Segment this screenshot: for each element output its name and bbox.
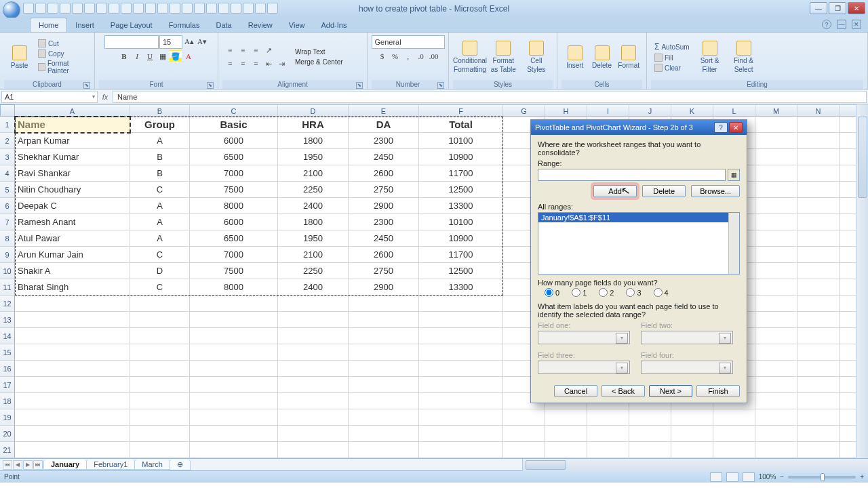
- row-header[interactable]: 14: [0, 328, 15, 344]
- cell[interactable]: [755, 230, 797, 246]
- cell[interactable]: [755, 377, 797, 392]
- col-header-N[interactable]: N: [797, 105, 840, 116]
- col-header-G[interactable]: G: [503, 105, 545, 116]
- zoom-level[interactable]: 100%: [759, 473, 776, 481]
- italic-button[interactable]: I: [131, 50, 143, 62]
- cell[interactable]: [755, 133, 797, 148]
- col-header-K[interactable]: K: [671, 105, 713, 116]
- qat-item[interactable]: [255, 3, 266, 14]
- qat-item[interactable]: [194, 3, 205, 14]
- cell[interactable]: [15, 361, 130, 376]
- cell[interactable]: [349, 361, 419, 376]
- cell[interactable]: 13300: [419, 279, 503, 295]
- cell[interactable]: [190, 426, 278, 441]
- cell[interactable]: [713, 409, 755, 425]
- cell[interactable]: [797, 165, 840, 181]
- cell[interactable]: [755, 344, 797, 360]
- cell[interactable]: [587, 426, 629, 441]
- cell[interactable]: [797, 247, 840, 262]
- horizontal-scrollbar[interactable]: [522, 459, 868, 471]
- help-icon[interactable]: ?: [822, 20, 831, 29]
- cell[interactable]: Group: [130, 117, 190, 132]
- sheet-tab-january[interactable]: January: [43, 460, 87, 470]
- sheet-tab-march[interactable]: March: [134, 460, 170, 470]
- select-all-corner[interactable]: [0, 104, 15, 117]
- cell[interactable]: [15, 344, 130, 360]
- tab-data[interactable]: Data: [208, 18, 239, 32]
- cell[interactable]: 12500: [419, 182, 503, 197]
- cell[interactable]: 2300: [349, 133, 419, 148]
- maximize-button[interactable]: ❐: [829, 2, 846, 14]
- tab-nav-next[interactable]: ▶: [23, 460, 33, 470]
- delete-cells-button[interactable]: Delete: [590, 45, 614, 69]
- cell[interactable]: [130, 393, 190, 409]
- qat-item[interactable]: [108, 3, 119, 14]
- cell[interactable]: A: [130, 214, 190, 230]
- cell[interactable]: A: [130, 230, 190, 246]
- row-header[interactable]: 8: [0, 230, 15, 247]
- clear-button[interactable]: Clear: [652, 63, 692, 73]
- cell[interactable]: 2750: [349, 182, 419, 197]
- cell[interactable]: Arun Kumar Jain: [15, 247, 130, 262]
- cell[interactable]: 2450: [349, 230, 419, 246]
- cell[interactable]: [797, 377, 840, 392]
- cell[interactable]: [503, 426, 545, 441]
- dialog-launcher-icon[interactable]: ⬊: [356, 82, 363, 89]
- cell[interactable]: [503, 442, 545, 458]
- col-header-A[interactable]: A: [15, 105, 130, 116]
- dialog-launcher-icon[interactable]: ⬊: [437, 82, 444, 89]
- tab-review[interactable]: Review: [240, 18, 281, 32]
- cell[interactable]: 2100: [278, 165, 349, 181]
- cell[interactable]: C: [130, 279, 190, 295]
- row-header[interactable]: 17: [0, 377, 15, 393]
- cell[interactable]: 2900: [349, 198, 419, 214]
- cell[interactable]: [15, 312, 130, 327]
- autosum-button[interactable]: ΣAutoSum: [652, 41, 692, 52]
- cell[interactable]: [419, 296, 503, 311]
- col-header-M[interactable]: M: [755, 105, 797, 116]
- qat-item[interactable]: [182, 3, 193, 14]
- cell[interactable]: 6000: [190, 214, 278, 230]
- row-header[interactable]: 9: [0, 247, 15, 263]
- cell[interactable]: [419, 442, 503, 458]
- cell[interactable]: [755, 361, 797, 376]
- scroll-thumb[interactable]: [526, 460, 566, 470]
- cell[interactable]: [278, 328, 349, 344]
- row-header[interactable]: 3: [0, 149, 15, 165]
- cell[interactable]: [755, 214, 797, 230]
- cell[interactable]: [503, 409, 545, 425]
- col-header-I[interactable]: I: [587, 105, 629, 116]
- cell[interactable]: 10100: [419, 214, 503, 230]
- find-select-button[interactable]: Find &Select: [728, 41, 760, 73]
- qat-save-icon[interactable]: [23, 3, 34, 14]
- cell-styles-button[interactable]: CellStyles: [521, 41, 552, 73]
- cell[interactable]: [349, 377, 419, 392]
- name-box[interactable]: A1: [1, 91, 98, 103]
- cell[interactable]: 11700: [419, 247, 503, 262]
- row-header[interactable]: 2: [0, 133, 15, 149]
- cell[interactable]: 2400: [278, 279, 349, 295]
- cell[interactable]: [797, 230, 840, 246]
- cell[interactable]: Deepak C: [15, 198, 130, 214]
- cell[interactable]: [190, 344, 278, 360]
- row-header[interactable]: 12: [0, 296, 15, 312]
- cell[interactable]: [349, 344, 419, 360]
- cell[interactable]: [755, 247, 797, 262]
- zoom-in-button[interactable]: +: [860, 473, 864, 481]
- cell[interactable]: [190, 296, 278, 311]
- cell[interactable]: 2250: [278, 182, 349, 197]
- cell[interactable]: [15, 409, 130, 425]
- col-header-J[interactable]: J: [629, 105, 671, 116]
- col-header-F[interactable]: F: [419, 105, 503, 116]
- row-header[interactable]: 4: [0, 165, 15, 182]
- row-header[interactable]: 10: [0, 263, 15, 279]
- paste-button[interactable]: Paste: [5, 45, 33, 69]
- tab-nav-last[interactable]: ⏭: [33, 460, 43, 470]
- row-header[interactable]: 5: [0, 182, 15, 198]
- indent-dec-button[interactable]: ⇤: [262, 58, 275, 70]
- browse-button[interactable]: Browse...: [691, 185, 740, 197]
- comma-button[interactable]: ,: [402, 50, 414, 62]
- doc-close-icon[interactable]: ✕: [852, 20, 861, 29]
- cell[interactable]: [278, 442, 349, 458]
- cell[interactable]: Shakir A: [15, 263, 130, 279]
